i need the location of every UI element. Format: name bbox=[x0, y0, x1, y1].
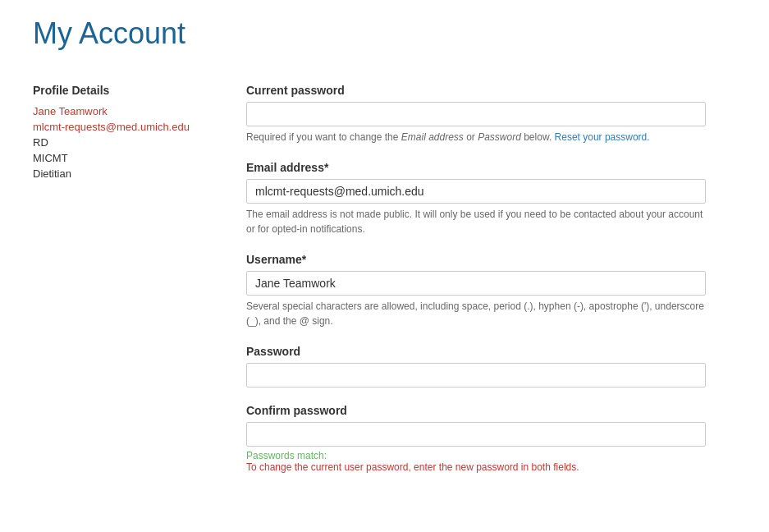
current-password-group: Current password Required if you want to… bbox=[246, 84, 706, 144]
email-address-input[interactable] bbox=[246, 179, 706, 204]
current-password-label: Current password bbox=[246, 84, 706, 97]
username-label: Username* bbox=[246, 253, 706, 266]
password-input[interactable] bbox=[246, 363, 706, 388]
email-address-group: Email address* The email address is not … bbox=[246, 161, 706, 236]
reset-password-link[interactable]: Reset your password. bbox=[555, 131, 650, 143]
username-group: Username* Several special characters are… bbox=[246, 253, 706, 328]
sidebar-role: RD bbox=[33, 136, 213, 149]
sidebar-name: Jane Teamwork bbox=[33, 105, 213, 117]
current-password-input[interactable] bbox=[246, 102, 706, 126]
password-label: Password bbox=[246, 345, 706, 358]
username-input[interactable] bbox=[246, 271, 706, 296]
sidebar-department: MICMT bbox=[33, 152, 213, 164]
confirm-password-group: Confirm password Passwords match: To cha… bbox=[246, 404, 706, 473]
email-address-help: The email address is not made public. It… bbox=[246, 207, 706, 236]
username-help: Several special characters are allowed, … bbox=[246, 299, 706, 328]
confirm-password-label: Confirm password bbox=[246, 404, 706, 417]
sidebar: Profile Details Jane Teamwork mlcmt-requ… bbox=[33, 84, 213, 489]
main-content: Current password Required if you want to… bbox=[246, 84, 706, 489]
password-group: Password bbox=[246, 345, 706, 388]
current-password-help: Required if you want to change the Email… bbox=[246, 130, 706, 144]
passwords-match-desc: To change the current user password, ent… bbox=[246, 461, 579, 473]
page-title: My Account bbox=[33, 16, 736, 51]
confirm-password-input[interactable] bbox=[246, 422, 706, 447]
passwords-match-label: Passwords match: bbox=[246, 450, 327, 461]
sidebar-position: Dietitian bbox=[33, 167, 213, 180]
email-address-label: Email address* bbox=[246, 161, 706, 174]
passwords-match-text: Passwords match: To change the current u… bbox=[246, 450, 706, 473]
sidebar-section-title: Profile Details bbox=[33, 84, 213, 97]
sidebar-email: mlcmt-requests@med.umich.edu bbox=[33, 121, 213, 133]
